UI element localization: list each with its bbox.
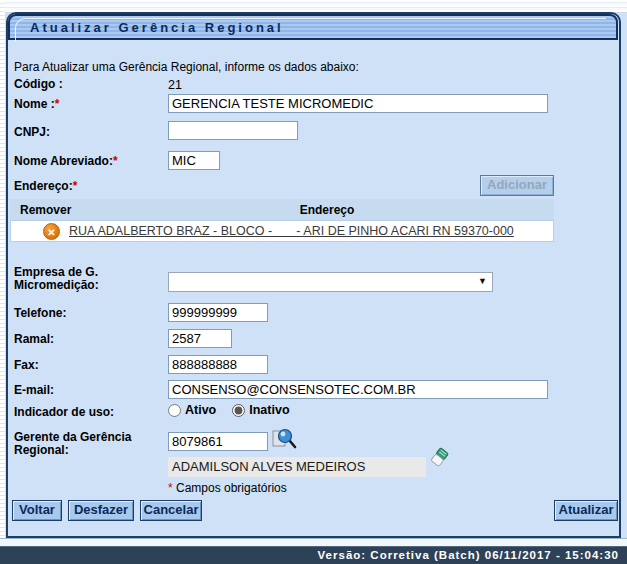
codigo-value: 21 [168,78,182,92]
nome-abreviado-label: Nome Abreviado:* [14,155,164,168]
gerente-label: Gerente da Gerência Regional: [14,431,164,457]
address-table-header: Remover Endereço [10,199,554,220]
cnpj-input[interactable] [168,121,298,140]
atualizar-button[interactable]: Atualizar [554,500,618,521]
eraser-icon[interactable] [428,446,450,474]
ramal-label: Ramal: [14,333,164,346]
inativo-radio[interactable] [232,404,245,417]
empresa-micromedicao-select[interactable]: ▼ [168,272,493,292]
ativo-radio[interactable] [168,404,181,417]
version-footer: Versão: Corretiva (Batch) 06/11/2017 - 1… [0,546,627,564]
adicionar-button[interactable]: Adicionar [480,175,554,196]
nome-abreviado-input[interactable] [168,151,220,170]
address-table: Remover Endereço ✕ RUA ADALBERTO BRAZ - … [10,199,554,242]
gerente-nome-display: ADAMILSON ALVES MEDEIROS [168,457,426,477]
required-fields-note: * Campos obrigatórios [168,481,287,495]
nome-label: Nome :* [14,98,164,111]
page-title: Atualizar Gerência Regional [30,20,284,35]
table-row: ✕ RUA ADALBERTO BRAZ - BLOCO - - ARI DE … [10,220,554,242]
codigo-label: Código : [14,78,164,91]
email-input[interactable] [168,380,548,399]
remover-column-header: Remover [20,203,71,217]
email-label: E-mail: [14,384,164,397]
fax-label: Fax: [14,359,164,372]
fax-input[interactable] [168,355,268,374]
indicador-uso-label: Indicador de uso: [14,406,164,419]
address-link[interactable]: RUA ADALBERTO BRAZ - BLOCO - - ARI DE PI… [69,224,514,238]
form-instruction: Para Atualizar uma Gerência Regional, in… [14,60,359,74]
voltar-button[interactable]: Voltar [12,500,62,521]
required-asterisk: * [73,179,78,193]
magnifier-icon[interactable] [272,427,298,456]
endereco-label: Endereço:* [14,180,164,193]
cnpj-label: CNPJ: [14,126,164,139]
indicador-uso-radio-group: Ativo Inativo [168,403,290,417]
footer-spacer [0,538,627,546]
chevron-down-icon: ▼ [478,276,487,286]
gerente-codigo-input[interactable] [168,432,268,451]
ramal-input[interactable] [168,329,232,348]
telefone-label: Telefone: [14,307,164,320]
left-edge-gutter [0,0,5,564]
ativo-radio-label: Ativo [185,403,216,417]
empresa-micromedicao-label: Empresa de G. Micromedição: [14,266,164,292]
remove-address-icon[interactable]: ✕ [43,223,60,240]
inativo-radio-label: Inativo [249,403,289,417]
telefone-input[interactable] [168,303,268,322]
required-asterisk: * [113,154,118,168]
desfazer-button[interactable]: Desfazer [68,500,134,521]
required-asterisk: * [55,97,60,111]
endereco-column-header: Endereço [100,203,554,217]
cancelar-button[interactable]: Cancelar [140,500,202,521]
nome-input[interactable] [168,94,548,113]
window-title-bar: Atualizar Gerência Regional [8,14,618,40]
